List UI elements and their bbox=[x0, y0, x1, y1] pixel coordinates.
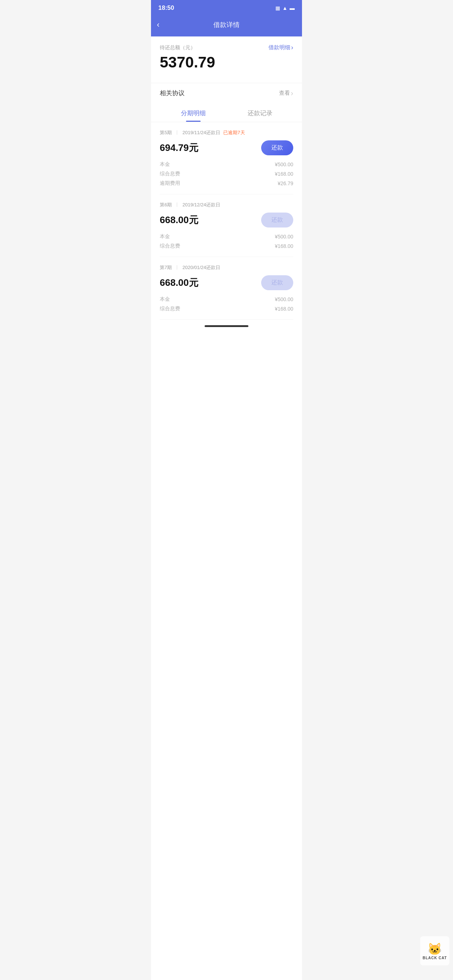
repay-button-7[interactable]: 还款 bbox=[261, 275, 293, 290]
due-date-5: 2019/11/24还款日 bbox=[182, 129, 220, 136]
header: ‹ 借款详情 bbox=[151, 16, 302, 37]
installment-header-7: 第7期 丨 2020/01/24还款日 bbox=[160, 264, 293, 271]
installment-list: 第5期 丨 2019/11/24还款日 已逾期7天 694.79元 还款 本金 … bbox=[151, 122, 302, 320]
status-time: 18:50 bbox=[158, 5, 174, 12]
detail-label-interest-6: 综合息费 bbox=[160, 243, 180, 250]
detail-value-interest-6: ¥168.00 bbox=[274, 243, 293, 249]
amount-6: 668.00元 bbox=[160, 214, 198, 226]
tabs-container: 分期明细 还款记录 bbox=[151, 109, 302, 122]
separator-6: 丨 bbox=[175, 202, 179, 208]
home-bar bbox=[205, 325, 248, 327]
installment-item-7: 第7期 丨 2020/01/24还款日 668.00元 还款 本金 ¥500.0… bbox=[160, 257, 293, 320]
agreement-row[interactable]: 相关协议 查看 bbox=[151, 83, 302, 103]
detail-value-principal-6: ¥500.00 bbox=[274, 234, 293, 240]
battery-icon: ▬ bbox=[290, 5, 295, 11]
loan-detail-link[interactable]: 借款明细 bbox=[268, 44, 293, 51]
home-indicator bbox=[151, 320, 302, 332]
detail-value-interest-5: ¥168.00 bbox=[274, 171, 293, 177]
main-content: 待还总额（元） 借款明细 5370.79 相关协议 查看 分期明细 还款记录 第… bbox=[151, 37, 302, 980]
separator-7: 丨 bbox=[175, 264, 179, 271]
amount-row-7: 668.00元 还款 bbox=[160, 275, 293, 290]
detail-row-principal-6: 本金 ¥500.00 bbox=[160, 233, 293, 240]
installment-header-5: 第5期 丨 2019/11/24还款日 已逾期7天 bbox=[160, 129, 293, 136]
separator-5: 丨 bbox=[175, 129, 179, 136]
detail-row-interest-6: 综合息费 ¥168.00 bbox=[160, 243, 293, 250]
detail-label-interest-5: 综合息费 bbox=[160, 170, 180, 177]
details-6: 本金 ¥500.00 综合息费 ¥168.00 bbox=[160, 233, 293, 250]
detail-row-overdue-fee-5: 逾期费用 ¥26.79 bbox=[160, 180, 293, 187]
detail-value-principal-5: ¥500.00 bbox=[274, 162, 293, 167]
agreement-view-link[interactable]: 查看 bbox=[279, 89, 293, 97]
detail-row-principal-5: 本金 ¥500.00 bbox=[160, 161, 293, 168]
status-icons: ▦ ▲ ▬ bbox=[275, 5, 295, 11]
tab-repayment[interactable]: 还款记录 bbox=[226, 109, 293, 122]
summary-label-row: 待还总额（元） 借款明细 bbox=[160, 44, 293, 51]
detail-label-principal-6: 本金 bbox=[160, 233, 170, 240]
repay-button-6[interactable]: 还款 bbox=[261, 213, 293, 228]
detail-label-principal-5: 本金 bbox=[160, 161, 170, 168]
installment-item-6: 第6期 丨 2019/12/24还款日 668.00元 还款 本金 ¥500.0… bbox=[160, 194, 293, 257]
amount-row-6: 668.00元 还款 bbox=[160, 213, 293, 228]
due-date-6: 2019/12/24还款日 bbox=[182, 202, 220, 208]
summary-label: 待还总额（元） bbox=[160, 45, 196, 51]
detail-row-principal-7: 本金 ¥500.00 bbox=[160, 296, 293, 302]
detail-row-interest-7: 综合息费 ¥168.00 bbox=[160, 305, 293, 312]
details-7: 本金 ¥500.00 综合息费 ¥168.00 bbox=[160, 296, 293, 312]
due-date-7: 2020/01/24还款日 bbox=[182, 264, 220, 271]
detail-label-interest-7: 综合息费 bbox=[160, 305, 180, 312]
detail-row-interest-5: 综合息费 ¥168.00 bbox=[160, 170, 293, 177]
period-5: 第5期 bbox=[160, 129, 172, 136]
summary-section: 待还总额（元） 借款明细 5370.79 bbox=[151, 37, 302, 83]
amount-5: 694.79元 bbox=[160, 142, 198, 154]
detail-value-overdue-fee-5: ¥26.79 bbox=[278, 180, 293, 186]
detail-label-principal-7: 本金 bbox=[160, 296, 170, 302]
installment-item-5: 第5期 丨 2019/11/24还款日 已逾期7天 694.79元 还款 本金 … bbox=[160, 122, 293, 194]
summary-amount: 5370.79 bbox=[160, 54, 293, 71]
detail-value-interest-7: ¥168.00 bbox=[274, 306, 293, 312]
agreement-label: 相关协议 bbox=[160, 89, 185, 97]
tab-installment[interactable]: 分期明细 bbox=[160, 109, 226, 122]
signal-icon: ▦ bbox=[275, 5, 280, 11]
back-button[interactable]: ‹ bbox=[157, 20, 160, 30]
repay-button-5[interactable]: 还款 bbox=[261, 140, 293, 155]
detail-label-overdue-fee-5: 逾期费用 bbox=[160, 180, 180, 187]
detail-value-principal-7: ¥500.00 bbox=[274, 296, 293, 302]
page-title: 借款详情 bbox=[214, 21, 239, 29]
status-bar: 18:50 ▦ ▲ ▬ bbox=[151, 0, 302, 16]
period-6: 第6期 bbox=[160, 202, 172, 208]
installment-header-6: 第6期 丨 2019/12/24还款日 bbox=[160, 202, 293, 208]
details-5: 本金 ¥500.00 综合息费 ¥168.00 逾期费用 ¥26.79 bbox=[160, 161, 293, 187]
amount-row-5: 694.79元 还款 bbox=[160, 140, 293, 155]
wifi-icon: ▲ bbox=[282, 5, 287, 11]
period-7: 第7期 bbox=[160, 264, 172, 271]
overdue-badge-5: 已逾期7天 bbox=[223, 129, 245, 136]
amount-7: 668.00元 bbox=[160, 276, 198, 289]
